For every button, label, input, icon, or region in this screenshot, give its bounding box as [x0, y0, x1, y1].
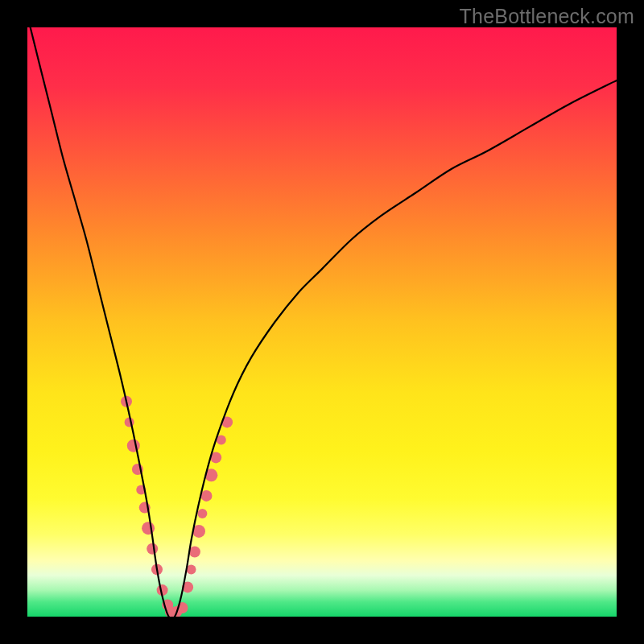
- data-point-dots: [121, 396, 233, 617]
- data-point: [127, 440, 140, 452]
- bottleneck-curve: [27, 27, 617, 617]
- chart-frame: [27, 27, 617, 617]
- data-point: [197, 509, 207, 518]
- data-point: [147, 543, 158, 555]
- chart-svg: [27, 27, 617, 617]
- data-point: [201, 490, 213, 502]
- data-point: [125, 417, 134, 427]
- data-point: [142, 522, 155, 535]
- watermark-text: TheBottleneck.com: [460, 5, 634, 28]
